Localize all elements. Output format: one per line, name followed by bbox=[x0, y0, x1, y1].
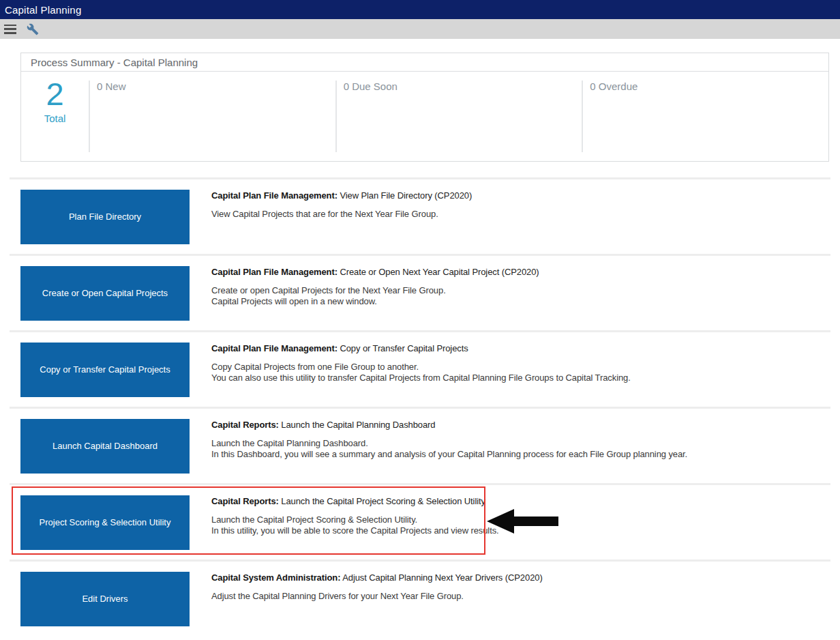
action-description: Capital Plan File Management: View Plan … bbox=[211, 190, 472, 244]
action-row-copy-transfer-projects: Copy or Transfer Capital Projects Capita… bbox=[10, 330, 830, 407]
action-row-plan-file-directory: Plan File Directory Capital Plan File Ma… bbox=[10, 177, 830, 254]
stat-overdue-label: 0 Overdue bbox=[590, 81, 638, 92]
action-line: Copy Capital Projects from one File Grou… bbox=[211, 362, 631, 373]
action-line: Launch the Capital Project Scoring & Sel… bbox=[211, 514, 499, 525]
process-summary-panel: Process Summary - Capital Planning 2 Tot… bbox=[20, 53, 829, 162]
total-label: Total bbox=[21, 113, 89, 124]
process-summary-body: 2 Total 0 New 0 Due Soon 0 Overdue bbox=[21, 72, 828, 161]
action-heading: Capital Plan File Management: View Plan … bbox=[211, 190, 472, 201]
action-row-launch-dashboard: Launch Capital Dashboard Capital Reports… bbox=[10, 407, 830, 483]
action-row-create-open-projects: Create or Open Capital Projects Capital … bbox=[10, 254, 830, 330]
app-title: Capital Planning bbox=[5, 4, 81, 16]
copy-transfer-capital-projects-button[interactable]: Copy or Transfer Capital Projects bbox=[20, 343, 190, 397]
stat-overdue: 0 Overdue bbox=[582, 72, 828, 161]
stat-new: 0 New bbox=[89, 72, 335, 161]
action-line: Launch the Capital Planning Dashboard. bbox=[211, 438, 687, 449]
action-description: Capital System Administration: Adjust Ca… bbox=[211, 572, 543, 626]
app-title-bar: Capital Planning bbox=[0, 0, 840, 19]
action-line: View Capital Projects that are for the N… bbox=[211, 209, 472, 220]
action-row-edit-drivers: Edit Drivers Capital System Administrati… bbox=[10, 559, 830, 636]
action-heading: Capital Plan File Management: Copy or Tr… bbox=[211, 343, 631, 354]
action-heading: Capital System Administration: Adjust Ca… bbox=[211, 572, 543, 583]
action-line: Adjust the Capital Planning Drivers for … bbox=[211, 591, 543, 602]
edit-drivers-button[interactable]: Edit Drivers bbox=[20, 572, 190, 626]
toolbar bbox=[0, 19, 840, 39]
create-open-capital-projects-button[interactable]: Create or Open Capital Projects bbox=[20, 266, 190, 321]
action-heading: Capital Reports: Launch the Capital Proj… bbox=[211, 496, 499, 507]
process-summary-header: Process Summary - Capital Planning bbox=[21, 53, 828, 72]
plan-file-directory-button[interactable]: Plan File Directory bbox=[20, 190, 190, 244]
action-heading: Capital Plan File Management: Create or … bbox=[211, 267, 539, 278]
action-description: Capital Reports: Launch the Capital Plan… bbox=[211, 419, 687, 474]
wrench-icon[interactable] bbox=[27, 23, 39, 35]
action-line: You can also use this utility to transfe… bbox=[211, 373, 631, 383]
launch-capital-dashboard-button[interactable]: Launch Capital Dashboard bbox=[20, 419, 190, 474]
action-line: Capital Projects will open in a new wind… bbox=[211, 296, 539, 307]
stat-due-soon: 0 Due Soon bbox=[335, 72, 582, 161]
action-description: Capital Plan File Management: Create or … bbox=[211, 266, 539, 321]
project-scoring-selection-utility-button[interactable]: Project Scoring & Selection Utility bbox=[20, 495, 190, 550]
action-line: In this Dashboard, you will see a summar… bbox=[211, 449, 687, 460]
stat-new-label: 0 New bbox=[97, 81, 126, 92]
action-list: Plan File Directory Capital Plan File Ma… bbox=[10, 177, 830, 636]
stat-due-soon-label: 0 Due Soon bbox=[344, 81, 397, 92]
menu-icon[interactable] bbox=[4, 25, 16, 34]
total-count: 2 bbox=[21, 77, 89, 112]
action-line: In this utility, you will be able to sco… bbox=[211, 525, 499, 536]
action-line: Create or open Capital Projects for the … bbox=[211, 285, 539, 296]
total-column: 2 Total bbox=[21, 72, 89, 161]
action-description: Capital Plan File Management: Copy or Tr… bbox=[211, 343, 631, 397]
action-description: Capital Reports: Launch the Capital Proj… bbox=[211, 495, 499, 550]
action-heading: Capital Reports: Launch the Capital Plan… bbox=[211, 420, 687, 431]
panel-title: Process Summary - Capital Planning bbox=[31, 57, 198, 68]
action-row-project-scoring: Project Scoring & Selection Utility Capi… bbox=[10, 483, 830, 559]
